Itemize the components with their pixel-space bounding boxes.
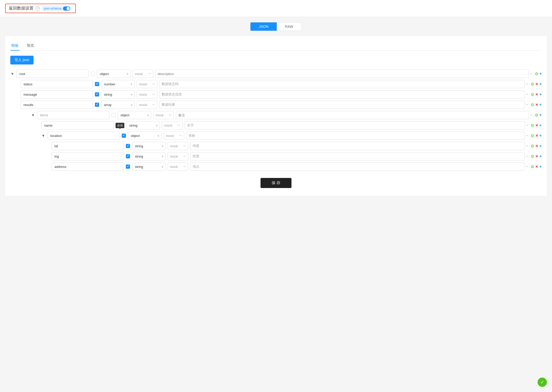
expand-icon[interactable]: ▼: [10, 72, 14, 76]
gear-icon[interactable]: ⚙: [535, 71, 538, 76]
field-checkbox[interactable]: [122, 134, 126, 138]
type-select[interactable]: stringnumberobjectarrayboolean: [101, 90, 135, 99]
plus-icon[interactable]: +: [539, 102, 542, 107]
description-input[interactable]: [190, 142, 525, 150]
desc-edit-icon[interactable]: ✏: [526, 134, 529, 137]
plus-icon[interactable]: +: [539, 164, 542, 169]
desc-edit-icon[interactable]: ✏: [526, 82, 529, 86]
mock-edit-icon[interactable]: ✏: [179, 134, 182, 137]
gear-icon[interactable]: ⚙: [531, 92, 534, 97]
import-json-button[interactable]: 导入 json: [10, 56, 34, 64]
field-checkbox[interactable]: [91, 72, 95, 76]
plus-icon[interactable]: +: [539, 154, 542, 159]
type-select[interactable]: stringnumberobjectarrayboolean: [132, 152, 166, 160]
desc-edit-icon[interactable]: ✏: [530, 113, 533, 117]
json-tab-btn[interactable]: JSON: [250, 22, 277, 31]
field-name-input[interactable]: [21, 101, 93, 109]
expand-icon[interactable]: ▼: [31, 113, 35, 117]
mock-edit-icon[interactable]: ✏: [148, 72, 151, 76]
desc-edit-icon[interactable]: ✏: [526, 165, 529, 168]
description-input[interactable]: [159, 80, 525, 88]
description-input[interactable]: [190, 162, 525, 171]
mock-edit-icon[interactable]: ✏: [152, 82, 155, 86]
description-input[interactable]: [155, 70, 529, 78]
field-checkbox[interactable]: [126, 144, 130, 148]
desc-edit-icon[interactable]: ✏: [526, 93, 529, 96]
help-icon[interactable]: ?: [36, 6, 40, 11]
field-checkbox[interactable]: [126, 165, 130, 169]
tab-preview[interactable]: 预览: [26, 41, 35, 51]
delete-icon[interactable]: ✕: [535, 134, 538, 138]
field-checkbox[interactable]: [126, 154, 130, 158]
save-button[interactable]: 保 存: [261, 178, 291, 188]
description-input[interactable]: [159, 90, 525, 99]
mock-edit-icon[interactable]: ✏: [178, 124, 180, 127]
gear-icon[interactable]: ⚙: [531, 82, 534, 87]
field-checkbox[interactable]: [95, 82, 99, 86]
plus-icon[interactable]: +: [539, 92, 542, 97]
delete-icon[interactable]: ✕: [535, 92, 538, 96]
gear-icon[interactable]: ⚙: [531, 123, 534, 128]
mock-edit-icon[interactable]: ✏: [169, 113, 172, 117]
delete-icon[interactable]: ✕: [535, 103, 538, 107]
type-select[interactable]: stringnumberobjectarrayboolean: [132, 162, 166, 171]
delete-icon[interactable]: ✕: [535, 123, 538, 127]
desc-edit-icon[interactable]: ✏: [526, 103, 529, 107]
field-name-input[interactable]: [52, 152, 124, 160]
desc-wrapper: ✏: [190, 152, 529, 160]
type-select[interactable]: objectstringnumberarrayboolean: [97, 70, 131, 78]
field-name-input[interactable]: [52, 162, 124, 171]
schema-toggle[interactable]: [63, 6, 70, 11]
type-select[interactable]: objectstringnumberarrayboolean: [128, 132, 161, 140]
field-name-input[interactable]: [52, 142, 124, 150]
mock-edit-icon[interactable]: ✏: [183, 144, 186, 148]
raw-tab-btn[interactable]: RAW: [277, 22, 302, 31]
plus-icon[interactable]: +: [539, 123, 542, 128]
plus-icon[interactable]: +: [539, 144, 542, 148]
delete-icon[interactable]: ✕: [535, 144, 538, 148]
delete-icon[interactable]: ✕: [535, 154, 538, 158]
plus-icon[interactable]: +: [539, 113, 542, 117]
type-select[interactable]: arraystringnumberobjectboolean: [101, 101, 135, 109]
type-select[interactable]: stringnumberobjectarrayboolean: [126, 121, 160, 129]
tab-template[interactable]: 模板: [10, 41, 20, 51]
plus-icon[interactable]: +: [539, 71, 542, 76]
field-name-input[interactable]: [21, 90, 93, 99]
description-input[interactable]: [185, 121, 525, 129]
plus-icon[interactable]: +: [539, 133, 542, 138]
field-checkbox[interactable]: [95, 103, 99, 107]
field-checkbox[interactable]: [111, 113, 116, 117]
field-name-input[interactable]: [37, 111, 109, 119]
description-input[interactable]: [159, 101, 525, 109]
desc-edit-icon[interactable]: ✏: [526, 144, 529, 148]
desc-edit-icon[interactable]: ✏: [530, 72, 533, 76]
field-name-input[interactable]: [47, 132, 120, 140]
type-select[interactable]: numberstringobjectarrayboolean: [101, 80, 135, 88]
mock-edit-icon[interactable]: ✏: [152, 93, 155, 96]
mock-edit-icon[interactable]: ✏: [183, 154, 186, 158]
desc-edit-icon[interactable]: ✏: [526, 154, 529, 158]
gear-icon[interactable]: ⚙: [531, 154, 534, 159]
delete-icon[interactable]: ✕: [535, 82, 538, 86]
gear-icon[interactable]: ⚙: [531, 164, 534, 169]
field-name-input[interactable]: [41, 121, 113, 129]
action-icons: ⚙ +: [535, 113, 542, 118]
desc-edit-icon[interactable]: ✏: [526, 124, 529, 127]
gear-icon[interactable]: ⚙: [535, 113, 538, 118]
description-input[interactable]: [190, 152, 525, 160]
type-select[interactable]: stringnumberobjectarrayboolean: [132, 142, 166, 150]
expand-icon[interactable]: ▼: [41, 134, 45, 138]
mock-edit-icon[interactable]: ✏: [183, 165, 186, 168]
field-checkbox[interactable]: [95, 92, 99, 96]
mock-edit-icon[interactable]: ✏: [152, 103, 155, 107]
field-name-input[interactable]: [17, 70, 89, 78]
field-name-input[interactable]: [21, 80, 93, 88]
description-input[interactable]: [186, 132, 525, 140]
gear-icon[interactable]: ⚙: [531, 144, 534, 149]
plus-icon[interactable]: +: [539, 82, 542, 86]
description-input[interactable]: [176, 111, 529, 119]
type-select[interactable]: objectstringnumberarrayboolean: [118, 111, 151, 119]
gear-icon[interactable]: ⚙: [531, 133, 534, 138]
delete-icon[interactable]: ✕: [535, 165, 538, 169]
gear-icon[interactable]: ⚙: [531, 102, 534, 107]
